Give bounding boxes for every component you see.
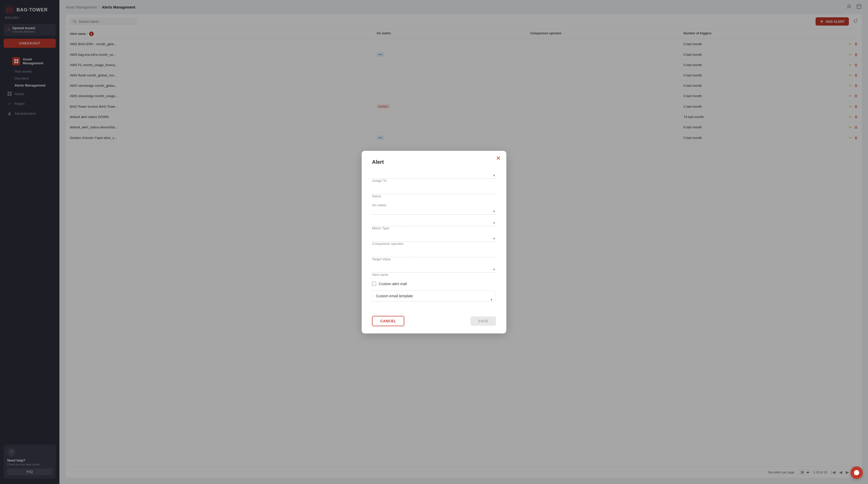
target-value-input[interactable] [372, 251, 496, 255]
modal-footer: CANCEL SAVE [372, 316, 496, 326]
alert-name-label: Alert name [372, 273, 496, 277]
alert-modal: Alert ✕ ▾ Assign To Name On metric [362, 151, 506, 333]
assign-to-field: ▾ Assign To [372, 172, 496, 183]
custom-alert-mail-label[interactable]: Custom alert mail [379, 282, 407, 286]
on-metric-label: On metric [372, 203, 496, 207]
custom-alert-mail-checkbox[interactable] [372, 282, 376, 286]
email-template-wrap: Custom email template ▾ [372, 291, 496, 309]
metric-type-field: ▾ Metric Type [372, 220, 496, 230]
alert-name-field: ▾ Alert name [372, 266, 496, 277]
assign-to-select[interactable] [372, 172, 496, 176]
cancel-button[interactable]: CANCEL [372, 316, 404, 326]
comparison-operator-select[interactable] [372, 235, 496, 240]
save-button[interactable]: SAVE [470, 316, 496, 326]
metric-type-select[interactable] [372, 220, 496, 224]
on-metric-select[interactable] [372, 208, 496, 213]
name-input[interactable] [372, 188, 496, 192]
modal-title: Alert [372, 159, 496, 165]
chat-icon [854, 470, 860, 476]
assign-to-label: Assign To [372, 179, 496, 183]
email-template-select[interactable]: Custom email template [372, 291, 496, 301]
target-value-label: Target Value [372, 257, 496, 261]
comparison-operator-label: Comparison operator [372, 242, 496, 246]
modal-overlay[interactable]: Alert ✕ ▾ Assign To Name On metric [0, 0, 868, 484]
comparison-operator-field: ▾ Comparison operator [372, 235, 496, 246]
on-metric-field: On metric ▾ [372, 203, 496, 215]
name-field: Name [372, 188, 496, 198]
target-value-field: Target Value [372, 251, 496, 261]
metric-type-label: Metric Type [372, 226, 496, 230]
name-label: Name [372, 194, 496, 198]
alert-name-select[interactable] [372, 266, 496, 271]
custom-alert-mail-row: Custom alert mail [372, 282, 496, 286]
modal-close-button[interactable]: ✕ [496, 156, 501, 161]
chat-bubble[interactable] [850, 466, 863, 479]
